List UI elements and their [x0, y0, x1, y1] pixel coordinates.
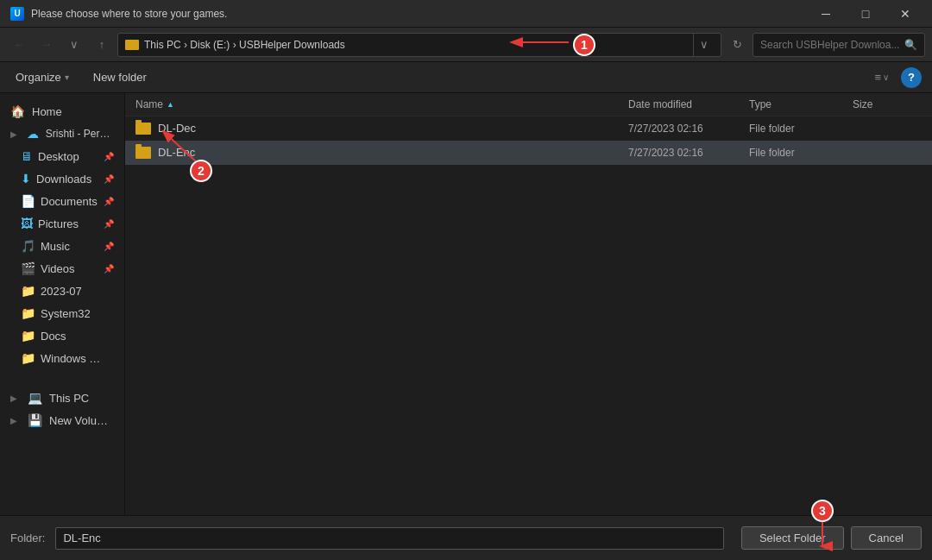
folder-input[interactable] — [55, 527, 723, 550]
sidebar: 🏠 Home ▶ ☁ Srishti - Persona 🖥 Desktop 📌… — [0, 93, 125, 515]
cancel-button[interactable]: Cancel — [851, 526, 922, 550]
pin-icon: 📌 — [104, 152, 114, 161]
folder2-icon: 📁 — [21, 306, 35, 320]
new-folder-button[interactable]: New folder — [88, 67, 152, 87]
music-icon: 🎵 — [21, 239, 35, 253]
toolbar: Organize ▾ New folder ≡ ∨ ? — [0, 62, 932, 93]
sidebar-item-documents[interactable]: 📄 Documents 📌 — [0, 190, 124, 212]
sidebar-persona-label: Srishti - Persona — [46, 128, 114, 140]
sidebar-item-downloads[interactable]: ⬇ Downloads 📌 — [0, 167, 124, 190]
pictures-pin-icon: 📌 — [104, 219, 114, 229]
sidebar-music-label: Music — [41, 240, 70, 253]
sidebar-item-videos[interactable]: 🎬 Videos 📌 — [0, 257, 124, 280]
sidebar-item-home-label: Home — [32, 105, 62, 118]
sidebar-item-music[interactable]: 🎵 Music 📌 — [0, 235, 124, 257]
sidebar-folder3-label: Docs — [41, 330, 66, 343]
bottom-bar: Folder: Select Folder Cancel — [0, 515, 932, 560]
svg-line-1 — [164, 132, 198, 164]
sidebar-folder1-label: 2023-07 — [41, 285, 82, 298]
sidebar-documents-label: Documents — [41, 195, 98, 208]
sidebar-item-folder2[interactable]: 📁 System32 — [0, 302, 124, 324]
maximize-button[interactable]: □ — [846, 0, 885, 28]
sidebar-item-newvolume[interactable]: ▶ 💾 New Volume (G: — [0, 409, 124, 431]
folder3-icon: 📁 — [21, 329, 35, 343]
file-date: 7/27/2023 02:16 — [628, 147, 749, 159]
sidebar-desktop-label: Desktop — [38, 150, 79, 163]
pc-icon: 💻 — [28, 391, 42, 405]
sidebar-item-folder1[interactable]: 📁 2023-07 — [0, 280, 124, 302]
videos-icon: 🎬 — [21, 261, 35, 275]
expand-button[interactable]: ∨ — [62, 33, 86, 57]
desktop-icon: 🖥 — [21, 149, 33, 163]
back-button[interactable]: ← — [7, 33, 31, 57]
cloud-icon: ☁ — [27, 127, 39, 141]
sidebar-newvol-label: New Volume (G: — [49, 414, 110, 427]
table-row[interactable]: DL-Dec 7/27/2023 02:16 File folder — [125, 116, 932, 141]
music-pin-icon: 📌 — [104, 242, 114, 251]
header-date[interactable]: Date modified — [628, 98, 749, 110]
organize-button[interactable]: Organize ▾ — [10, 67, 74, 87]
up-button[interactable]: ↑ — [90, 33, 114, 57]
refresh-button[interactable]: ↻ — [725, 33, 749, 57]
folder1-icon: 📁 — [21, 284, 35, 298]
view-toggle-button[interactable]: ≡ ∨ — [869, 67, 894, 87]
search-bar[interactable]: 🔍 — [753, 33, 925, 57]
help-button[interactable]: ? — [901, 67, 922, 88]
window-title: Please choose where to store your games. — [31, 8, 227, 20]
search-input[interactable] — [760, 39, 899, 51]
app-icon: U — [10, 7, 24, 21]
sidebar-item-folder4[interactable]: 📁 Windows 10 usu — [0, 347, 124, 369]
sidebar-item-home[interactable]: 🏠 Home — [0, 100, 124, 123]
drive-icon: 💾 — [28, 413, 42, 427]
table-row[interactable]: DL-Enc 7/27/2023 02:16 File folder — [125, 141, 932, 165]
downloads-pin-icon: 📌 — [104, 174, 114, 184]
address-dropdown-button[interactable]: ∨ — [693, 33, 714, 57]
address-bar[interactable]: This PC › Disk (E:) › USBHelper Download… — [117, 33, 721, 57]
header-name-label: Name — [135, 98, 163, 110]
expand-icon: ▶ — [10, 129, 20, 139]
sidebar-pictures-label: Pictures — [38, 217, 79, 230]
sidebar-item-pictures[interactable]: 🖼 Pictures 📌 — [0, 212, 124, 235]
thispc-expand-icon: ▶ — [10, 393, 21, 403]
close-button[interactable]: ✕ — [885, 0, 925, 28]
breadcrumb: This PC › Disk (E:) › USBHelper Download… — [144, 39, 345, 51]
sidebar-item-desktop[interactable]: 🖥 Desktop 📌 — [0, 145, 124, 167]
header-size[interactable]: Size — [853, 98, 922, 110]
sidebar-item-persona[interactable]: ▶ ☁ Srishti - Persona — [0, 123, 124, 145]
file-name: DL-Enc — [135, 146, 628, 159]
sidebar-item-thispc[interactable]: ▶ 💻 This PC — [0, 387, 124, 409]
newvol-expand-icon: ▶ — [10, 416, 21, 425]
header-type[interactable]: Type — [749, 98, 853, 110]
pictures-icon: 🖼 — [21, 217, 33, 230]
main-area: 🏠 Home ▶ ☁ Srishti - Persona 🖥 Desktop 📌… — [0, 93, 932, 515]
sidebar-folder4-label: Windows 10 usu — [41, 352, 101, 365]
annotation-3-arrow — [811, 520, 837, 555]
file-list: DL-Dec 7/27/2023 02:16 File folder DL-En… — [125, 116, 932, 515]
minimize-button[interactable]: ─ — [806, 0, 846, 28]
sort-icon: ▲ — [167, 100, 174, 109]
sidebar-videos-label: Videos — [41, 262, 75, 275]
home-icon: 🏠 — [10, 104, 25, 118]
documents-pin-icon: 📌 — [104, 197, 114, 206]
sidebar-item-folder3[interactable]: 📁 Docs — [0, 324, 124, 347]
videos-pin-icon: 📌 — [104, 264, 114, 274]
organize-label: Organize — [16, 71, 61, 84]
sidebar-downloads-label: Downloads — [36, 173, 91, 186]
search-icon: 🔍 — [904, 39, 917, 51]
folder4-icon: 📁 — [21, 351, 35, 365]
downloads-icon: ⬇ — [21, 172, 31, 186]
file-area: Name ▲ Date modified Type Size DL-Dec 7/… — [125, 93, 932, 515]
file-type: File folder — [749, 123, 853, 135]
header-name[interactable]: Name ▲ — [135, 98, 628, 110]
file-name: DL-Dec — [135, 122, 628, 135]
file-date: 7/27/2023 02:16 — [628, 123, 749, 135]
sidebar-folder2-label: System32 — [41, 307, 91, 320]
forward-button[interactable]: → — [35, 33, 59, 57]
file-type: File folder — [749, 147, 853, 159]
address-folder-icon — [125, 40, 139, 50]
annotation-1-arrow — [504, 37, 573, 63]
folder-label: Folder: — [10, 532, 45, 544]
annotation-2-arrow — [147, 125, 207, 168]
view-icon: ≡ — [874, 71, 881, 84]
sidebar-thispc-label: This PC — [49, 392, 89, 405]
